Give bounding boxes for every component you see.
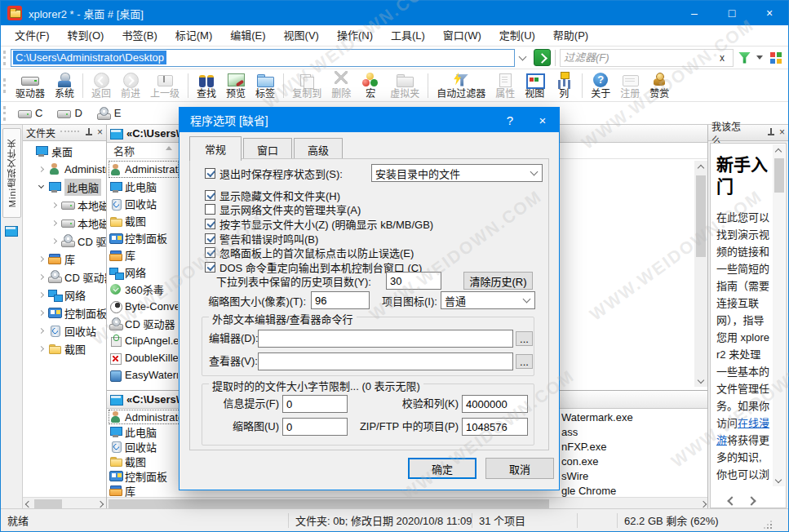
toolbar-button[interactable]: 视图 — [520, 71, 549, 100]
tree-item[interactable]: 回收站 — [23, 321, 106, 339]
viewer-browse-button[interactable]: ... — [516, 354, 533, 369]
chevron-collapsed-icon[interactable] — [38, 166, 44, 171]
close-pane-icon[interactable]: × — [779, 128, 785, 137]
toolbar-button[interactable]: 自动过滤器 — [432, 71, 490, 100]
file-item[interactable]: 库 — [109, 246, 179, 264]
menu-item[interactable]: 操作(N) — [328, 25, 382, 47]
file-item[interactable]: 控制面板 — [109, 229, 179, 246]
toolbar-button[interactable]: 驱动器 — [11, 71, 50, 100]
dialog-help-button[interactable]: ? — [497, 108, 523, 132]
dialog-checkbox[interactable]: 显示隐藏文件和文件夹(H) — [205, 188, 340, 202]
tree-item[interactable]: CD 驱动器 — [23, 268, 106, 286]
editor-input[interactable] — [258, 330, 513, 348]
scroll-down-icon[interactable] — [773, 475, 784, 486]
scroll-thumb[interactable] — [34, 499, 62, 509]
thumbnail-size-input[interactable] — [311, 291, 370, 309]
scroll-down-icon[interactable] — [695, 375, 707, 387]
drive-tab[interactable]: D — [50, 105, 89, 122]
toolbar-button[interactable]: 预览 — [221, 71, 250, 100]
file-item[interactable]: Administrator — [109, 161, 179, 178]
tree-item[interactable]: CD 驱动器 — [23, 232, 106, 250]
tree-item[interactable]: 网络 — [23, 286, 106, 304]
toolbar-grip[interactable] — [3, 78, 8, 93]
dialog-checkbox[interactable]: 警告和错误时鸣叫(B) — [205, 231, 318, 246]
top-pane-vertical-scrollbar[interactable] — [694, 161, 707, 387]
tree-item[interactable]: 桌面 — [23, 142, 106, 160]
filter-dropdown-icon[interactable] — [756, 55, 763, 60]
chevron-expanded-icon[interactable] — [38, 183, 44, 188]
tree-item[interactable]: 本地磁盘 — [23, 214, 106, 232]
file-item[interactable]: ClipAngel.e — [109, 332, 179, 349]
menu-item[interactable]: 标记(M) — [166, 25, 222, 47]
dialog-tab-3[interactable]: 高级 — [294, 138, 343, 161]
file-item[interactable]: Byte-Conve — [109, 298, 179, 315]
clear-history-button[interactable]: 清除历史(R) — [463, 272, 533, 290]
filter-funnel-icon[interactable] — [738, 52, 751, 64]
zip-ftp-input[interactable] — [462, 418, 528, 436]
toolbar-grip[interactable] — [3, 106, 8, 121]
file-item[interactable]: 此电脑 — [109, 424, 180, 439]
history-count-input[interactable] — [386, 272, 441, 290]
blog-link[interactable]: 博客 — [727, 485, 748, 486]
chevron-collapsed-icon[interactable] — [38, 255, 44, 261]
chevron-collapsed-icon[interactable] — [51, 237, 57, 243]
chevron-collapsed-icon[interactable] — [38, 291, 44, 297]
tree-item[interactable]: 此电脑 — [23, 178, 106, 196]
mini-virtual-folders-tab[interactable]: Mini虚拟文件夹 — [2, 128, 21, 218]
menu-item[interactable]: 视图(V) — [275, 25, 328, 47]
save-state-combo[interactable]: 安装目录中的文件 — [371, 164, 543, 182]
editor-browse-button[interactable]: ... — [516, 331, 533, 346]
info-tip-input[interactable] — [282, 395, 348, 413]
dialog-checkbox[interactable]: 显示网络文件夹的管理共享(A) — [205, 202, 361, 216]
minimize-button[interactable]: – — [676, 1, 713, 25]
chevron-collapsed-icon[interactable] — [51, 202, 57, 207]
pin-icon[interactable] — [84, 128, 93, 137]
save-state-checkbox[interactable]: 退出时保存程序状态到(S): — [205, 166, 343, 180]
file-item[interactable]: EasyWatern — [109, 366, 179, 383]
menu-item[interactable]: 编辑(E) — [221, 25, 274, 47]
toolbar-button[interactable]: 宏 — [356, 71, 385, 100]
dialog-close-button[interactable]: × — [530, 108, 556, 132]
file-item[interactable]: 库 — [109, 483, 180, 497]
file-item[interactable]: Watermark.exe — [561, 410, 699, 424]
file-item[interactable]: sWire — [561, 468, 699, 483]
menu-item[interactable]: 书签(B) — [113, 25, 166, 47]
menu-item[interactable]: 文件(F) — [6, 25, 59, 47]
item-icons-combo[interactable]: 普通 — [441, 291, 535, 309]
dialog-checkbox[interactable]: 按字节显示文件大小(Z) (明确显示 kB/MB/GB) — [205, 216, 433, 231]
dialog-tab-1[interactable]: 常规 — [189, 136, 242, 161]
dialog-tab-2[interactable]: 窗口 — [243, 138, 292, 161]
close-button[interactable]: × — [751, 1, 788, 25]
scroll-thumb[interactable] — [774, 158, 784, 193]
dialog-checkbox[interactable]: 忽略面板上的首次鼠标点击以防止误选(E) — [205, 245, 414, 259]
toolbar-button[interactable]: 赞赏 — [645, 71, 674, 100]
help-vertical-scrollbar[interactable] — [773, 144, 785, 486]
resize-grip[interactable] — [763, 509, 774, 531]
close-pane-icon[interactable]: × — [97, 128, 103, 137]
toolbar-button[interactable]: 标签 — [250, 71, 280, 100]
toolbar-button[interactable]: 关于 — [586, 71, 615, 100]
scroll-thumb[interactable] — [696, 175, 706, 257]
pin-icon[interactable] — [766, 128, 775, 137]
layout-grid-icon[interactable] — [770, 52, 782, 64]
chevron-collapsed-icon[interactable] — [38, 309, 44, 315]
menu-item[interactable]: 帮助(P) — [544, 25, 597, 47]
file-item[interactable]: 截图 — [109, 454, 180, 468]
file-item[interactable]: gle Chrome — [561, 483, 699, 497]
file-item[interactable]: DoubleKille — [109, 349, 179, 366]
toolbar-button[interactable]: 查找 — [192, 71, 221, 100]
address-input[interactable]: C:\Users\Administrator\Desktop — [11, 49, 515, 67]
file-item[interactable]: con.exe — [561, 454, 699, 468]
file-item[interactable]: Administrator — [109, 410, 180, 424]
file-item[interactable]: 此电脑 — [109, 178, 179, 195]
chevron-collapsed-icon[interactable] — [38, 327, 44, 333]
file-item[interactable]: ass — [561, 424, 699, 439]
file-item[interactable]: nFXP.exe — [561, 439, 699, 454]
file-item[interactable]: 360杀毒 — [109, 281, 179, 298]
toolbar-button[interactable]: 系统 — [50, 71, 79, 100]
chevron-collapsed-icon[interactable] — [38, 273, 44, 279]
menu-item[interactable]: 窗口(W) — [434, 25, 490, 47]
tree-item[interactable]: 截图 — [23, 339, 106, 357]
scroll-up-icon[interactable] — [773, 144, 784, 156]
help-next-icon[interactable] — [747, 496, 756, 505]
